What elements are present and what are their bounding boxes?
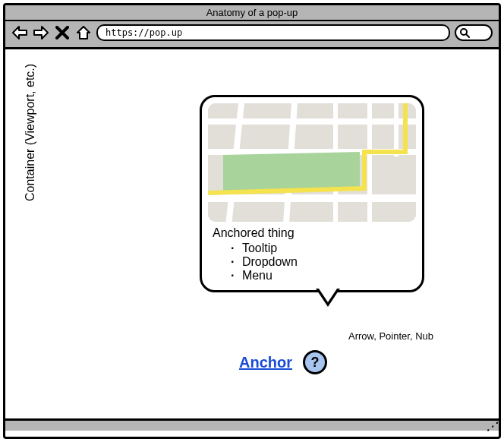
svg-line-1 <box>466 34 469 37</box>
help-badge[interactable]: ? <box>303 350 327 374</box>
stop-icon[interactable] <box>54 24 71 41</box>
popup-list: Tooltip Dropdown Menu <box>213 242 414 283</box>
search-button[interactable] <box>455 24 493 41</box>
viewport: Container (Viewport, etc.) <box>5 49 499 431</box>
browser-frame: Anatomy of a pop-up https://pop.up Conta… <box>3 3 501 439</box>
anchor-row: Anchor ? <box>239 350 327 374</box>
window-title: Anatomy of a pop-up <box>5 5 499 21</box>
svg-rect-9 <box>367 103 372 222</box>
forward-icon[interactable] <box>33 24 49 41</box>
popup-item: Dropdown <box>231 255 414 269</box>
home-icon[interactable] <box>75 24 92 41</box>
popup-item: Menu <box>231 269 414 283</box>
popup: Anchored thing Tooltip Dropdown Menu <box>200 95 424 292</box>
svg-rect-5 <box>208 194 416 202</box>
popup-arrow <box>316 289 340 307</box>
resize-handle-icon[interactable]: ⋰ <box>487 421 497 431</box>
toolbar: https://pop.up <box>5 21 499 49</box>
popup-heading: Anchored thing <box>213 226 414 240</box>
url-text: https://pop.up <box>106 27 182 38</box>
popup-item: Tooltip <box>231 242 414 255</box>
url-input[interactable]: https://pop.up <box>96 24 450 41</box>
map-placeholder <box>208 103 416 222</box>
help-icon: ? <box>311 355 320 371</box>
svg-rect-10 <box>394 103 398 156</box>
back-icon[interactable] <box>11 24 28 41</box>
status-bar: ⋰ <box>5 418 499 431</box>
search-icon <box>459 27 470 38</box>
svg-marker-11 <box>223 152 360 191</box>
arrow-label: Arrow, Pointer, Nub <box>348 330 433 342</box>
anchor-link[interactable]: Anchor <box>239 354 292 371</box>
container-label: Container (Viewport, etc.) <box>24 64 37 201</box>
